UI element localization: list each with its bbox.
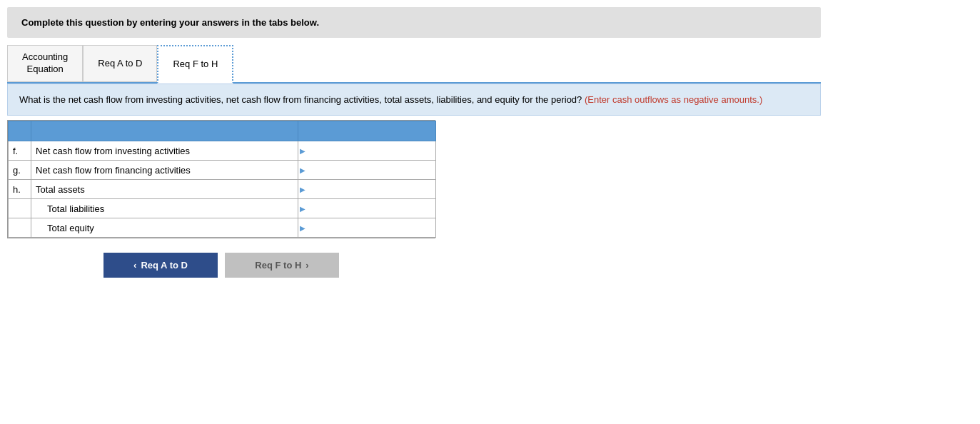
row-input-cell-equity: ▶: [298, 218, 436, 238]
row-input-cell-h: ▶: [298, 180, 436, 199]
row-input-cell-liabilities: ▶: [298, 199, 436, 218]
page-wrapper: Complete this question by entering your …: [0, 0, 980, 424]
row-desc-h: Total assets: [31, 180, 298, 199]
instruction-text: Complete this question by entering your …: [21, 17, 319, 28]
prev-arrow-icon: ‹: [133, 260, 136, 271]
next-button-label: Req F to H: [255, 260, 301, 271]
arrow-icon-g: ▶: [300, 166, 305, 174]
tab-accounting-equation[interactable]: AccountingEquation: [7, 45, 83, 82]
row-input-cell-f: ▶: [298, 141, 436, 161]
prev-button-label: Req A to D: [141, 260, 187, 271]
prev-button[interactable]: ‹ Req A to D: [103, 253, 218, 278]
next-arrow-icon: ›: [305, 260, 308, 271]
question-note: (Enter cash outflows as negative amounts…: [585, 94, 762, 105]
row-label-liabilities: [9, 199, 31, 218]
input-f[interactable]: [298, 141, 435, 160]
tab-req-a-to-d[interactable]: Req A to D: [83, 45, 157, 82]
col-header-description: [31, 121, 298, 141]
next-button[interactable]: Req F to H ›: [225, 253, 339, 278]
table-row: Total liabilities ▶: [9, 199, 436, 218]
row-desc-equity: Total equity: [31, 218, 298, 238]
row-desc-f: Net cash flow from investing activities: [31, 141, 298, 161]
data-table: f. Net cash flow from investing activiti…: [7, 120, 435, 238]
table-row: f. Net cash flow from investing activiti…: [9, 141, 436, 161]
table-row: Total equity ▶: [9, 218, 436, 238]
row-desc-g: Net cash flow from financing activities: [31, 161, 298, 180]
question-main-text: What is the net cash flow from investing…: [19, 94, 582, 105]
table-row: h. Total assets ▶: [9, 180, 436, 199]
row-label-g: g.: [9, 161, 31, 180]
arrow-icon-h: ▶: [300, 186, 305, 193]
tabs-container: AccountingEquation Req A to D Req F to H: [7, 45, 821, 84]
nav-buttons: ‹ Req A to D Req F to H ›: [7, 253, 435, 278]
arrow-icon-equity: ▶: [300, 224, 305, 232]
col-header-label: [9, 121, 31, 141]
row-label-equity: [9, 218, 31, 238]
arrow-icon-f: ▶: [300, 147, 305, 155]
tab-req-f-to-h[interactable]: Req F to H: [157, 45, 233, 84]
input-g[interactable]: [298, 161, 435, 179]
input-liabilities[interactable]: [298, 199, 435, 218]
row-desc-liabilities: Total liabilities: [31, 199, 298, 218]
instruction-bar: Complete this question by entering your …: [7, 7, 821, 38]
col-header-value: [298, 121, 436, 141]
table-row: g. Net cash flow from financing activiti…: [9, 161, 436, 180]
arrow-icon-liabilities: ▶: [300, 205, 305, 213]
row-label-h: h.: [9, 180, 31, 199]
input-equity[interactable]: [298, 218, 435, 237]
row-label-f: f.: [9, 141, 31, 161]
input-h[interactable]: [298, 180, 435, 198]
row-input-cell-g: ▶: [298, 161, 436, 180]
question-area: What is the net cash flow from investing…: [7, 84, 821, 116]
